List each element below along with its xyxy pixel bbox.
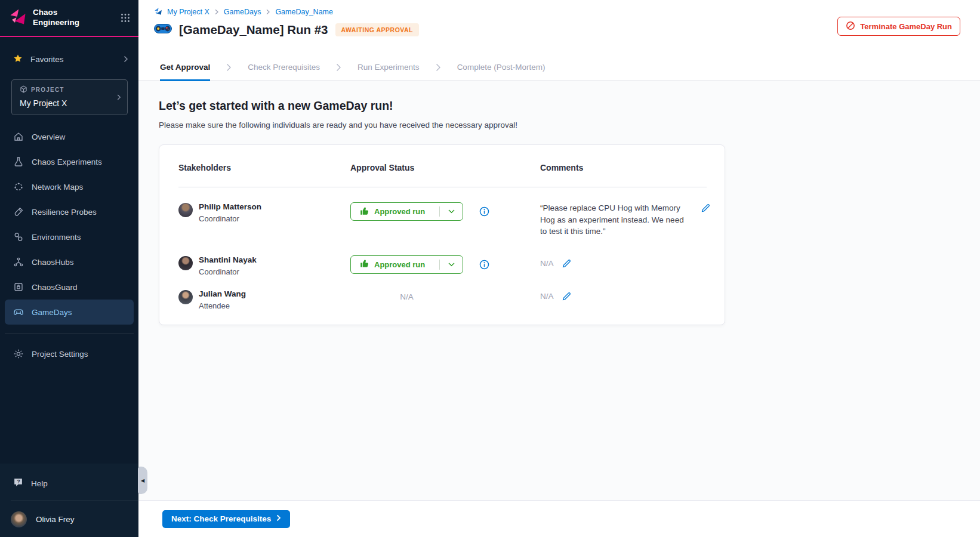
avatar — [178, 290, 193, 304]
column-header-approval-status: Approval Status — [350, 163, 540, 172]
gear-icon — [13, 348, 24, 359]
breadcrumb-gameday-name-link[interactable]: GameDay_Name — [275, 8, 333, 16]
stakeholder-role: Coordinator — [199, 214, 261, 223]
svg-text:?: ? — [17, 479, 20, 484]
nav-label: GameDays — [32, 308, 72, 317]
nav-label: Environments — [32, 233, 81, 242]
avatar — [11, 511, 27, 527]
chevron-right-icon — [226, 54, 232, 81]
nav-label: ChaosHubs — [32, 258, 74, 267]
chevron-right-icon — [266, 9, 270, 15]
edit-comment-pencil-icon[interactable] — [562, 259, 571, 268]
sidebar-item-help[interactable]: ? Help — [0, 470, 138, 497]
sidebar-item-chaos-experiments[interactable]: Chaos Experiments — [5, 149, 134, 174]
thumbs-up-icon — [360, 259, 369, 270]
tab-check-prerequisites[interactable]: Check Prerequisites — [248, 54, 320, 81]
avatar — [178, 203, 193, 217]
edit-comment-pencil-icon[interactable] — [701, 203, 710, 212]
section-heading: Let’s get started with a new GameDay run… — [159, 99, 980, 113]
footer-action-bar: Next: Check Prerequisites — [138, 500, 980, 537]
gamepad-emoji-icon — [154, 22, 172, 38]
stakeholder-name: Shantini Nayak — [199, 255, 257, 264]
nav-label: ChaosGuard — [32, 283, 78, 292]
sidebar-header: Chaos Engineering — [0, 0, 138, 37]
approval-status-dropdown[interactable]: Approved run — [350, 255, 463, 274]
approval-status-label: Approved run — [374, 207, 425, 216]
table-row: Julian Wang Attendee N/A N/A — [178, 276, 707, 310]
approval-status-dropdown[interactable]: Approved run — [350, 202, 463, 221]
thumbs-up-icon — [360, 206, 369, 217]
sidebar-item-chaoshubs[interactable]: ChaosHubs — [5, 249, 134, 274]
chevron-right-icon — [276, 514, 281, 523]
chevron-down-icon — [440, 263, 463, 267]
next-check-prerequisites-button[interactable]: Next: Check Prerequisites — [162, 510, 290, 528]
sidebar-item-favorites[interactable]: Favorites — [0, 48, 138, 70]
module-title: Chaos Engineering — [33, 8, 79, 28]
probe-icon — [13, 206, 24, 217]
chevron-left-icon: ◀ — [141, 478, 144, 483]
sidebar-item-project-settings[interactable]: Project Settings — [5, 341, 134, 366]
content-area: Let’s get started with a new GameDay run… — [138, 81, 980, 500]
sidebar-item-resilience-probes[interactable]: Resilience Probes — [5, 199, 134, 224]
breadcrumb-gamedays-link[interactable]: GameDays — [224, 8, 261, 16]
chevron-right-icon — [116, 94, 122, 101]
column-header-comments: Comments — [540, 163, 707, 172]
sidebar-collapse-handle[interactable]: ◀ — [138, 467, 147, 494]
tab-complete-post-mortem[interactable]: Complete (Post-Mortem) — [457, 54, 546, 81]
page-title: [GameDay_Name] Run #3 — [179, 23, 328, 37]
star-icon — [13, 54, 23, 65]
main-area: My Project X GameDays GameDay_Name — [138, 0, 980, 537]
terminate-gameday-run-button[interactable]: Terminate GameDay Run — [837, 17, 960, 36]
chevron-right-icon — [123, 55, 129, 63]
sidebar-item-network-maps[interactable]: Network Maps — [5, 174, 134, 199]
tab-run-experiments[interactable]: Run Experiments — [358, 54, 420, 81]
sidebar-item-gamedays[interactable]: GameDays — [5, 300, 134, 325]
next-button-label: Next: Check Prerequisites — [171, 514, 271, 523]
chaos-mini-logo-icon — [154, 7, 162, 17]
nav-label: Chaos Experiments — [32, 158, 102, 166]
app-window: Chaos Engineering Favorites — [0, 0, 980, 537]
chevron-down-icon — [440, 209, 463, 214]
project-label: PROJECT — [31, 87, 64, 93]
gamepad-icon — [13, 307, 24, 317]
home-icon — [13, 131, 24, 142]
sidebar-item-overview[interactable]: Overview — [5, 124, 134, 149]
sidebar-item-environments[interactable]: Environments — [5, 224, 134, 249]
prohibition-icon — [846, 21, 855, 32]
avatar — [178, 256, 193, 270]
tab-get-approval[interactable]: Get Approval — [160, 54, 210, 81]
approval-status-na: N/A — [350, 292, 463, 301]
user-profile[interactable]: Olivia Frey — [0, 501, 138, 537]
stakeholder-role: Coordinator — [199, 267, 257, 276]
network-map-icon — [13, 181, 24, 192]
module-switcher-icon[interactable] — [121, 13, 130, 23]
guard-lock-icon — [13, 282, 24, 292]
sidebar-nav: Overview Chaos Experiments Ne — [0, 124, 138, 325]
sidebar-item-chaosguard[interactable]: ChaosGuard — [5, 274, 134, 300]
info-icon[interactable] — [479, 206, 489, 217]
table-header-row: Stakeholders Approval Status Comments — [178, 163, 707, 187]
nav-label: Project Settings — [32, 350, 88, 359]
chevron-right-icon — [214, 9, 219, 15]
stakeholder-name: Philip Matterson — [199, 202, 261, 211]
breadcrumb-project-link[interactable]: My Project X — [167, 8, 209, 16]
stakeholder-name: Julian Wang — [199, 289, 246, 298]
stakeholder-role: Attendee — [199, 301, 246, 310]
gameday-stepper: Get Approval Check Prerequisites Run Exp… — [138, 54, 980, 81]
table-row: Shantini Nayak Coordinator Appr — [178, 237, 707, 276]
approval-status-label: Approved run — [374, 260, 425, 269]
info-icon[interactable] — [479, 260, 489, 270]
environments-icon — [13, 232, 24, 242]
project-name: My Project X — [20, 98, 112, 108]
chevron-right-icon — [336, 54, 341, 81]
edit-comment-pencil-icon[interactable] — [562, 292, 571, 301]
cube-icon — [20, 85, 27, 94]
project-selector[interactable]: PROJECT My Project X — [11, 79, 128, 115]
favorites-label: Favorites — [30, 55, 64, 64]
sidebar-divider — [5, 334, 134, 334]
page-header: My Project X GameDays GameDay_Name — [138, 0, 980, 54]
sidebar: Chaos Engineering Favorites — [0, 0, 138, 537]
chaos-engineering-logo-icon — [9, 8, 27, 28]
terminate-label: Terminate GameDay Run — [860, 22, 952, 31]
comment-na-text: N/A — [540, 259, 554, 268]
